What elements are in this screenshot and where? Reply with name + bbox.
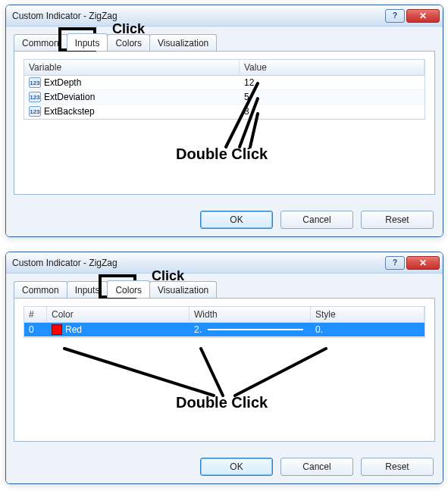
tab-visualization[interactable]: Visualization [149,281,217,298]
table-row[interactable]: 123ExtDeviation 5 [24,90,425,105]
cancel-button[interactable]: Cancel [280,211,353,229]
tabpanel-inputs: Variable Value 123ExtDepth 12 123ExtDevi… [14,51,435,195]
width-value: 2. [194,324,202,335]
tab-visualization[interactable]: Visualization [149,34,217,51]
table-row[interactable]: 123ExtDepth 12 [24,76,425,90]
titlebar[interactable]: Custom Indicator - ZigZag ? ✕ [6,252,443,274]
int-icon: 123 [29,106,41,117]
var-name: ExtDepth [44,77,81,88]
cancel-button[interactable]: Cancel [280,458,353,476]
color-swatch-icon [52,324,62,335]
var-name: ExtBackstep [44,106,95,117]
tab-colors[interactable]: Colors [107,280,150,298]
dialog-colors: Custom Indicator - ZigZag ? ✕ Common Inp… [5,252,443,484]
grid-header: Variable Value [24,60,425,76]
style-value: 0. [311,323,425,337]
help-button[interactable]: ? [385,9,405,23]
tab-inputs[interactable]: Inputs [67,281,108,298]
ok-button[interactable]: OK [200,211,273,229]
col-value[interactable]: Value [240,60,425,75]
titlebar[interactable]: Custom Indicator - ZigZag ? ✕ [6,5,443,27]
dialog-inputs: Custom Indicator - ZigZag ? ✕ Common Inp… [5,5,443,237]
var-value[interactable]: 12 [240,76,425,90]
tab-common[interactable]: Common [14,281,67,298]
window-title: Custom Indicator - ZigZag [12,11,384,21]
var-name: ExtDeviation [44,92,95,102]
tabstrip: Common Inputs Colors Visualization [14,280,435,298]
var-value[interactable]: 5 [240,90,425,105]
tabstrip: Common Inputs Colors Visualization [14,33,435,51]
button-row: OK Cancel Reset [200,211,434,229]
col-index[interactable]: # [24,307,47,322]
tab-colors[interactable]: Colors [107,34,150,51]
reset-button[interactable]: Reset [361,211,434,229]
help-button[interactable]: ? [385,256,405,270]
color-name: Red [65,324,82,335]
row-index: 0 [24,323,47,337]
tab-common[interactable]: Common [14,34,67,51]
table-row[interactable]: 0 Red 2. 0. [24,323,425,337]
window-title: Custom Indicator - ZigZag [12,258,384,268]
col-color[interactable]: Color [47,307,190,322]
tab-inputs[interactable]: Inputs [67,33,108,51]
grid-header: # Color Width Style [24,307,425,323]
int-icon: 123 [29,92,41,102]
table-row[interactable]: 123ExtBackstep 3 [24,105,425,119]
reset-button[interactable]: Reset [361,458,434,476]
col-variable[interactable]: Variable [24,60,240,75]
inputs-grid[interactable]: Variable Value 123ExtDepth 12 123ExtDevi… [23,59,425,120]
colors-grid[interactable]: # Color Width Style 0 Red 2. 0. [23,306,425,338]
button-row: OK Cancel Reset [200,458,434,476]
tabpanel-colors: # Color Width Style 0 Red 2. 0. [14,298,435,442]
col-style[interactable]: Style [311,307,425,322]
ok-button[interactable]: OK [200,458,273,476]
int-icon: 123 [29,77,41,88]
close-button[interactable]: ✕ [406,9,440,23]
client-area: Common Inputs Colors Visualization Varia… [6,27,443,236]
var-value[interactable]: 3 [240,105,425,119]
width-preview-icon [208,329,303,330]
client-area: Common Inputs Colors Visualization # Col… [6,274,443,483]
col-width[interactable]: Width [190,307,311,322]
close-button[interactable]: ✕ [406,256,440,270]
